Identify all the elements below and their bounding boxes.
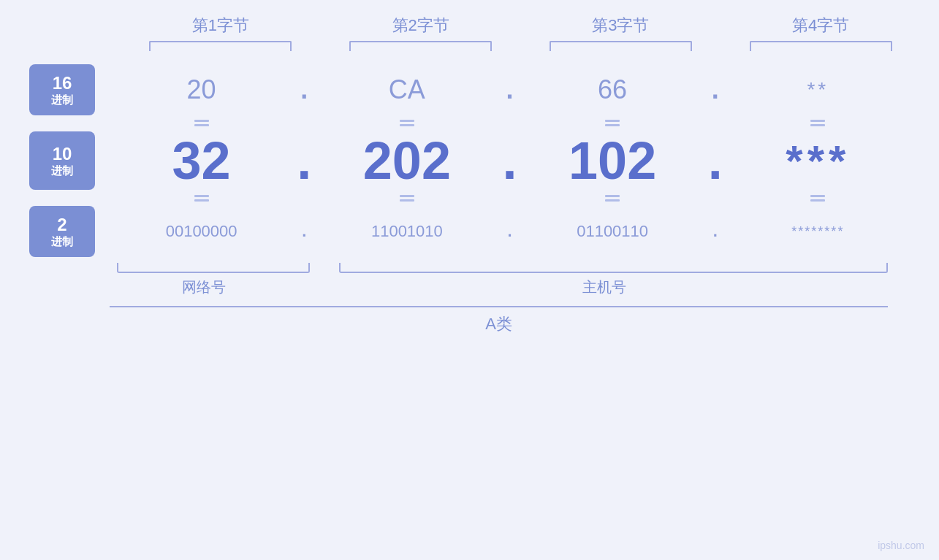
eq1-col3 — [521, 120, 704, 126]
hex-dot3: . — [704, 74, 726, 105]
hex-cells: 20 . CA . 66 . ** — [110, 74, 910, 105]
class-bracket-line — [110, 306, 888, 307]
byte3-bracket-top — [550, 41, 692, 51]
eq1-sign4 — [810, 120, 825, 126]
binary-text: 进制 — [51, 235, 73, 248]
binary-dot2: . — [499, 222, 521, 241]
decimal-b2: 202 — [315, 131, 498, 191]
eq2-sign1 — [194, 195, 209, 202]
eq2-col2 — [315, 195, 498, 202]
bottom-brackets — [29, 263, 910, 273]
network-host-labels: 网络号 主机号 — [29, 277, 910, 297]
decimal-dot1: . — [293, 131, 315, 191]
byte1-col: 第1字节 — [132, 15, 310, 51]
byte4-bracket-top — [750, 41, 892, 51]
class-section: A类 — [29, 306, 910, 335]
decimal-cells: 32 . 202 . 102 . *** — [110, 131, 910, 191]
eq1-col1 — [110, 120, 293, 126]
binary-b1: 00100000 — [110, 222, 293, 241]
hex-dot1: . — [293, 74, 315, 105]
hex-b2: CA — [315, 74, 498, 105]
eq1-sign1 — [194, 120, 209, 126]
decimal-b4: *** — [726, 136, 910, 186]
hex-row: 16 进制 20 . CA . 66 . ** — [29, 64, 910, 115]
binary-row: 2 进制 00100000 . 11001010 . 01100110 . **… — [29, 206, 910, 257]
decimal-dot2: . — [499, 131, 521, 191]
byte4-label: 第4字节 — [792, 15, 849, 37]
byte1-bracket-top — [149, 41, 292, 51]
equals-row-1 — [29, 120, 910, 126]
hex-b1: 20 — [110, 74, 293, 105]
eq2-sign3 — [605, 195, 620, 202]
decimal-row: 10 进制 32 . 202 . 102 . *** — [29, 131, 910, 191]
eq1-sign2 — [400, 120, 414, 126]
binary-b2: 11001010 — [315, 222, 498, 241]
host-label: 主机号 — [321, 277, 910, 297]
binary-dot1: . — [293, 222, 315, 241]
byte1-label: 第1字节 — [192, 15, 249, 37]
decimal-dot3: . — [704, 131, 726, 191]
hex-b3: 66 — [521, 74, 704, 105]
hex-label: 16 进制 — [29, 64, 95, 115]
hex-text: 进制 — [51, 93, 73, 107]
decimal-b1: 32 — [110, 131, 293, 191]
watermark: ipshu.com — [878, 540, 924, 551]
binary-num: 2 — [57, 215, 66, 236]
hex-num: 16 — [53, 73, 72, 94]
eq1-col2 — [315, 120, 498, 126]
eq1-col4 — [726, 120, 910, 126]
host-bracket-inner — [339, 263, 910, 273]
byte2-bracket-top — [349, 41, 492, 51]
equals-row-2 — [29, 195, 910, 202]
eq2-col3 — [521, 195, 704, 202]
byte2-label: 第2字节 — [392, 15, 449, 37]
class-label: A类 — [110, 313, 888, 335]
byte2-col: 第2字节 — [332, 15, 510, 51]
eq2-col1 — [110, 195, 293, 202]
eq2-col4 — [726, 195, 910, 202]
eq2-sign2 — [400, 195, 414, 202]
decimal-label: 10 进制 — [29, 131, 95, 190]
hex-b4: ** — [726, 78, 910, 101]
decimal-num: 10 — [53, 144, 72, 165]
binary-dot3: . — [704, 222, 726, 241]
network-label: 网络号 — [110, 277, 299, 297]
binary-b4: ******** — [726, 224, 910, 239]
eq1-sign3 — [605, 120, 620, 126]
hex-dot2: . — [499, 74, 521, 105]
decimal-b3: 102 — [521, 131, 704, 191]
decimal-text: 进制 — [51, 164, 73, 177]
byte3-col: 第3字节 — [532, 15, 710, 51]
network-bracket — [117, 263, 310, 273]
binary-label: 2 进制 — [29, 206, 95, 257]
binary-cells: 00100000 . 11001010 . 01100110 . *******… — [110, 222, 910, 241]
byte3-label: 第3字节 — [592, 15, 649, 37]
host-bracket — [339, 263, 888, 273]
binary-b3: 01100110 — [521, 222, 704, 241]
byte4-col: 第4字节 — [731, 15, 910, 51]
host-bracket-wrapper — [339, 263, 910, 273]
header-row: 第1字节 第2字节 第3字节 第4字节 — [29, 15, 910, 51]
eq2-sign4 — [810, 195, 825, 202]
